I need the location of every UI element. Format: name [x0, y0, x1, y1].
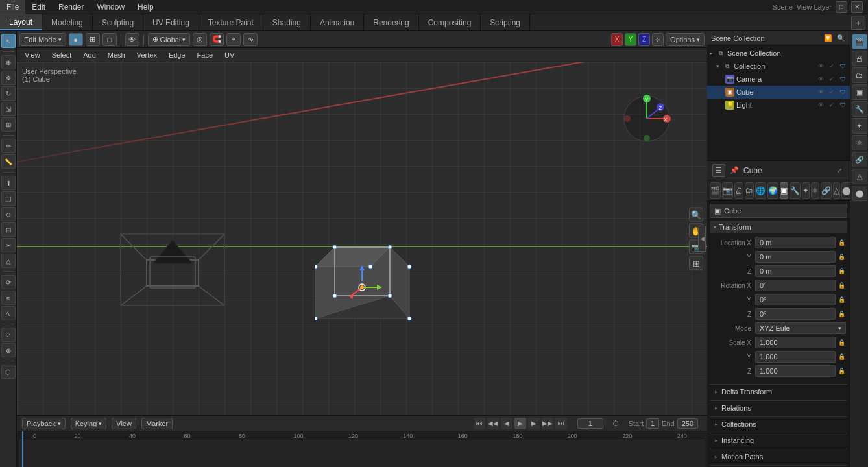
tool-select[interactable]: ↖	[1, 34, 16, 48]
outliner-filter-btn[interactable]: 🔽	[823, 33, 833, 43]
instancing-header[interactable]: ▸ Instancing	[710, 433, 847, 448]
viewport-canvas[interactable]: User Perspective (1) Cube X Y Z	[17, 62, 707, 415]
collection-check-btn[interactable]: ✓	[827, 62, 836, 71]
tab-modeling[interactable]: Modeling	[42, 14, 93, 30]
vm-select[interactable]: Select	[47, 48, 77, 62]
prop-tab-physics[interactable]: ⚛	[811, 182, 819, 199]
camera-shield-btn[interactable]: 🛡	[838, 75, 847, 84]
tab-uv-editing[interactable]: UV Editing	[143, 14, 199, 30]
prop-tab-scene[interactable]: 🎬	[710, 182, 721, 199]
rs-particles-btn[interactable]: ✦	[852, 118, 867, 134]
scale-z-lock-btn[interactable]: 🔒	[837, 366, 846, 376]
menu-edit[interactable]: Edit	[25, 0, 52, 14]
outliner-item-light[interactable]: 💡 Light 👁 ✓ 🛡	[707, 99, 850, 112]
options-dropdown[interactable]: Options ▾	[666, 33, 705, 46]
snap-btn[interactable]: 🧲	[210, 33, 224, 46]
tab-shading[interactable]: Shading	[263, 14, 311, 30]
menu-render[interactable]: Render	[52, 0, 90, 14]
menu-window[interactable]: Window	[90, 0, 131, 14]
tool-annotate[interactable]: ✏	[1, 139, 16, 153]
light-check-btn[interactable]: ✓	[827, 101, 836, 110]
rotation-mode-dropdown[interactable]: XYZ Eule ▾	[755, 322, 846, 334]
sidebar-toggle-btn[interactable]: ◀	[698, 226, 706, 252]
vm-face[interactable]: Face	[192, 48, 218, 62]
rotation-x-input[interactable]: 0°	[755, 280, 836, 291]
xyz-y-btn[interactable]: Y	[625, 33, 636, 46]
rs-scene-btn[interactable]: 🎬	[852, 34, 867, 49]
vm-uv[interactable]: UV	[219, 48, 239, 62]
vertex-select-btn[interactable]: ●	[69, 33, 83, 46]
light-shield-btn[interactable]: 🛡	[838, 101, 847, 110]
props-dropdown-btn[interactable]: ☰	[712, 164, 725, 177]
add-workspace-btn[interactable]: +	[851, 16, 865, 30]
view-btn[interactable]: 👁	[125, 33, 139, 46]
global-local-btn[interactable]: ⊹	[652, 33, 664, 46]
tool-knife[interactable]: ✂	[1, 238, 16, 252]
vm-vertex[interactable]: Vertex	[132, 48, 162, 62]
tool-poly-build[interactable]: △	[1, 254, 16, 268]
camera-eye-btn[interactable]: 👁	[816, 75, 825, 84]
tool-extrude[interactable]: ⬆	[1, 176, 16, 190]
tab-texture-paint[interactable]: Texture Paint	[199, 14, 263, 30]
rs-constraints-btn[interactable]: 🔗	[852, 152, 867, 167]
tool-measure[interactable]: 📏	[1, 154, 16, 169]
xyz-x-btn[interactable]: X	[611, 33, 623, 46]
snap-align-btn[interactable]: ⌖	[226, 33, 241, 46]
xyz-z-btn[interactable]: Z	[638, 33, 650, 46]
prop-tab-constraints[interactable]: 🔗	[821, 182, 832, 199]
prop-tab-particles[interactable]: ✦	[802, 182, 810, 199]
next-frame-btn[interactable]: ▶▶	[542, 418, 553, 429]
outliner-item-scene-collection[interactable]: ▸ ⧉ Scene Collection	[707, 47, 850, 60]
location-z-input[interactable]: 0 m	[755, 265, 836, 277]
prop-tab-world[interactable]: 🌍	[767, 182, 778, 199]
tool-rotate[interactable]: ↻	[1, 86, 16, 101]
tab-compositing[interactable]: Compositing	[419, 14, 481, 30]
prop-tab-material[interactable]: ⬤	[841, 182, 850, 199]
scale-x-lock-btn[interactable]: 🔒	[837, 338, 846, 347]
edge-select-btn[interactable]: ⊞	[86, 33, 100, 46]
playback-dropdown[interactable]: Playback ▾	[22, 418, 66, 429]
tool-bevel[interactable]: ◇	[1, 207, 16, 221]
location-z-lock-btn[interactable]: 🔒	[837, 267, 846, 276]
prop-tab-modifier[interactable]: 🔧	[790, 182, 801, 199]
tab-sculpting[interactable]: Sculpting	[93, 14, 143, 30]
vm-edge[interactable]: Edge	[163, 48, 191, 62]
quad-view-btn[interactable]: ⊞	[689, 256, 703, 270]
outliner-item-collection[interactable]: ▾ ⧉ Collection 👁 ✓ 🛡	[707, 60, 850, 73]
rs-modifier-btn[interactable]: 🔧	[852, 101, 867, 117]
scale-x-input[interactable]: 1.000	[755, 337, 836, 348]
menu-help[interactable]: Help	[131, 0, 160, 14]
window-icon-btn[interactable]: □	[836, 1, 847, 13]
end-frame-input[interactable]: 250	[677, 418, 698, 429]
cube-check-btn[interactable]: ✓	[827, 88, 836, 97]
prop-tab-data[interactable]: △	[833, 182, 840, 199]
next-keyframe-btn[interactable]: ▶	[528, 418, 540, 429]
collection-eye-btn[interactable]: 👁	[816, 62, 825, 71]
location-y-lock-btn[interactable]: 🔒	[837, 252, 846, 261]
location-x-input[interactable]: 0 m	[755, 237, 836, 248]
prop-tab-view-layer[interactable]: 🗂	[745, 182, 754, 199]
scale-y-input[interactable]: 1.000	[755, 351, 836, 363]
proportional-edit-btn[interactable]: ◎	[193, 33, 207, 46]
current-frame-input[interactable]: 1	[577, 418, 603, 429]
tool-loop-cut[interactable]: ⊟	[1, 222, 16, 237]
tool-cursor[interactable]: ⊕	[1, 55, 16, 69]
outliner-item-camera[interactable]: 📷 Camera 👁 ✓ 🛡	[707, 73, 850, 86]
location-x-lock-btn[interactable]: 🔒	[837, 238, 846, 247]
tool-shrink[interactable]: ⊛	[1, 343, 16, 357]
props-maximize-btn[interactable]: ⤢	[834, 165, 845, 176]
transform-section-header[interactable]: ▾ Transform	[710, 221, 847, 234]
rs-data-btn[interactable]: △	[852, 169, 867, 184]
prev-keyframe-btn[interactable]: ◀	[501, 418, 512, 429]
play-btn[interactable]: ▶	[514, 418, 526, 429]
tab-animation[interactable]: Animation	[311, 14, 364, 30]
tool-shear[interactable]: ⬡	[1, 365, 16, 379]
scale-y-lock-btn[interactable]: 🔒	[837, 352, 846, 361]
rs-render-btn[interactable]: 🖨	[852, 51, 867, 66]
transform-dropdown[interactable]: ⊕ Global ▾	[148, 33, 191, 46]
prop-tab-output[interactable]: 🖨	[734, 182, 743, 199]
vm-add[interactable]: Add	[78, 48, 101, 62]
cube-shield-btn[interactable]: 🛡	[838, 88, 847, 97]
relations-header[interactable]: ▸ Relations	[710, 401, 847, 415]
rs-object-btn[interactable]: ▣	[852, 84, 867, 100]
